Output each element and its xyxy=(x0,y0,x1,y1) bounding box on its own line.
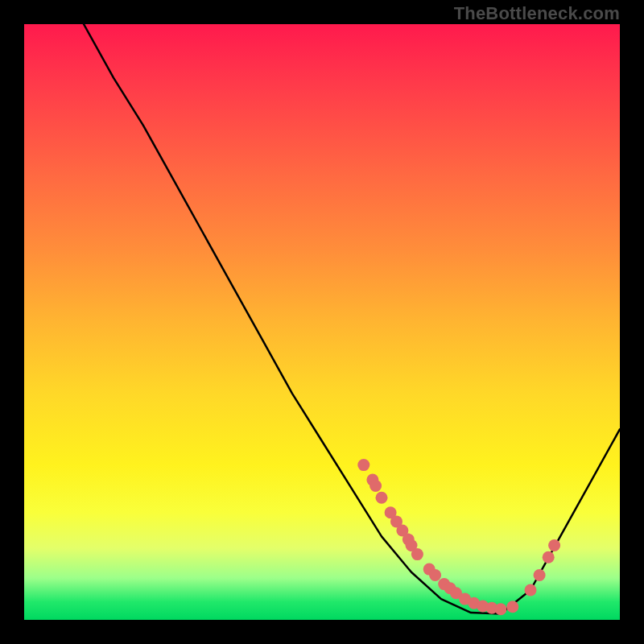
scatter-points xyxy=(357,459,560,615)
scatter-point xyxy=(506,601,518,613)
scatter-point xyxy=(369,480,382,492)
scatter-point xyxy=(543,551,555,564)
scatter-point xyxy=(357,459,369,471)
plot-area xyxy=(24,24,620,620)
scatter-point xyxy=(525,584,537,597)
curve-line xyxy=(84,24,620,614)
scatter-point xyxy=(411,548,423,560)
scatter-point xyxy=(548,539,560,551)
scatter-point xyxy=(495,603,507,615)
chart-svg xyxy=(24,24,620,620)
watermark-label: TheBottleneck.com xyxy=(454,3,620,24)
scatter-point xyxy=(429,569,441,581)
scatter-point xyxy=(534,569,546,581)
chart-stage: TheBottleneck.com xyxy=(0,0,644,644)
scatter-point xyxy=(376,492,388,504)
